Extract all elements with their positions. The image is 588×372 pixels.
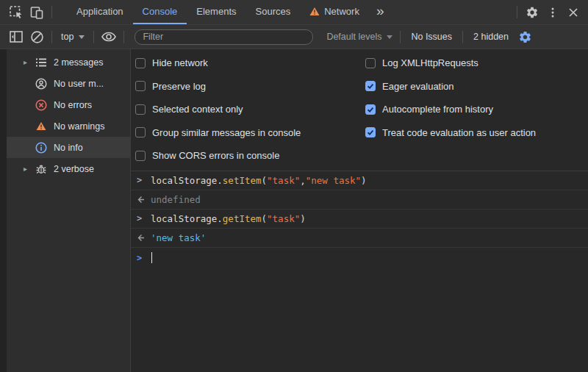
bug-icon: [35, 163, 48, 175]
tab-console[interactable]: Console: [133, 0, 187, 24]
settings-column-right: Log XMLHttpRequestsEager evaluationAutoc…: [365, 51, 588, 168]
filter-input[interactable]: [135, 29, 313, 45]
console-log: >localStorage.setItem("task","new task")…: [131, 171, 588, 372]
setting-label: Treat code evaluation as user action: [382, 127, 536, 138]
more-tabs-icon[interactable]: »: [369, 0, 392, 24]
panel-left-icon[interactable]: [6, 27, 26, 46]
console-main: Hide networkPreserve logSelected context…: [131, 49, 588, 372]
setting-show-cors-errors-in-console[interactable]: Show CORS errors in console: [135, 144, 365, 168]
sidebar-item-label: No info: [54, 143, 83, 153]
log-levels-selector[interactable]: Default levels: [323, 32, 395, 42]
kebab-menu-icon[interactable]: [542, 3, 563, 22]
result-arrow-icon: [137, 232, 146, 244]
tab-sources[interactable]: Sources: [246, 0, 301, 24]
tabbar-separator: [517, 6, 517, 18]
console-result: undefined: [131, 190, 588, 210]
sidebar-item-2-messages[interactable]: ▸2 messages: [7, 51, 130, 73]
block-icon[interactable]: [26, 27, 47, 46]
tab-label: Console: [143, 6, 178, 17]
setting-autocomplete-from-history[interactable]: Autocomplete from history: [365, 98, 588, 121]
toolbar-separator: [51, 31, 52, 43]
inspect-icon[interactable]: [6, 3, 26, 22]
checkbox-unchecked-icon[interactable]: [135, 151, 146, 161]
info-icon: [35, 142, 48, 154]
checkbox-unchecked-icon[interactable]: [135, 81, 146, 91]
setting-label: Group similar messages in console: [152, 127, 301, 138]
devtools-window: ApplicationConsoleElementsSourcesNetwork…: [0, 0, 588, 372]
console-settings-gear-icon[interactable]: [514, 27, 535, 46]
console-result-value: 'new task': [151, 232, 206, 244]
user-icon: [35, 78, 48, 90]
tab-label: Elements: [196, 6, 236, 17]
setting-preserve-log[interactable]: Preserve log: [135, 75, 365, 99]
console-prompt[interactable]: >: [131, 248, 588, 268]
tab-application[interactable]: Application: [67, 0, 133, 24]
tab-label: Sources: [256, 6, 291, 17]
tab-elements[interactable]: Elements: [187, 0, 245, 24]
console-input-echo: >localStorage.getItem("task"): [131, 210, 588, 229]
devtools-content: ▸2 messagesNo user m...No errorsNo warni…: [0, 49, 588, 372]
log-levels-label: Default levels: [326, 32, 381, 42]
tab-network[interactable]: Network: [300, 0, 369, 24]
sidebar-item-label: 2 verbose: [54, 164, 94, 174]
checkbox-checked-icon[interactable]: [365, 127, 376, 137]
checkbox-unchecked-icon[interactable]: [365, 58, 376, 68]
text-cursor: [151, 252, 152, 263]
console-expression: localStorage.getItem("task"): [151, 212, 306, 225]
sidebar-item-label: No errors: [54, 100, 92, 110]
setting-treat-code-evaluation-as-user-action[interactable]: Treat code evaluation as user action: [365, 121, 588, 145]
chevron-down-icon: [387, 35, 392, 39]
issues-counter[interactable]: No Issues: [405, 32, 458, 42]
setting-label: Selected context only: [152, 104, 243, 115]
console-result-value: undefined: [151, 193, 201, 206]
warning-icon: [309, 7, 320, 16]
checkbox-unchecked-icon[interactable]: [135, 127, 146, 137]
tabbar-right-icons: [512, 0, 588, 24]
disclosure-triangle-icon[interactable]: ▸: [24, 58, 35, 66]
checkbox-checked-icon[interactable]: [365, 81, 376, 91]
tabbar-separator: [51, 6, 52, 18]
toolbar-separator: [400, 31, 401, 43]
checkbox-unchecked-icon[interactable]: [135, 58, 146, 68]
setting-log-xmlhttprequests[interactable]: Log XMLHttpRequests: [365, 51, 588, 75]
sidebar-item-no-info[interactable]: No info: [7, 137, 130, 158]
close-icon[interactable]: [563, 3, 584, 22]
sidebar-item-label: 2 messages: [54, 57, 103, 68]
sidebar-item-no-errors[interactable]: No errors: [7, 94, 130, 115]
console-result: 'new task': [131, 229, 588, 248]
tab-strip: ApplicationConsoleElementsSourcesNetwork: [67, 0, 369, 24]
sidebar-item-no-user-m[interactable]: No user m...: [7, 73, 130, 94]
devtools-tabbar: ApplicationConsoleElementsSourcesNetwork…: [0, 0, 588, 25]
device-toolbar-icon[interactable]: [26, 3, 47, 22]
disclosure-triangle-icon[interactable]: ▸: [24, 165, 35, 173]
sidebar-item-no-warnings[interactable]: No warnings: [7, 115, 130, 137]
sidebar-item-label: No user m...: [54, 79, 104, 89]
context-selector[interactable]: top: [57, 32, 89, 42]
setting-label: Eager evaluation: [382, 81, 454, 92]
setting-eager-evaluation[interactable]: Eager evaluation: [365, 75, 588, 99]
tab-label: Application: [76, 6, 123, 17]
error-icon: [35, 99, 48, 111]
setting-group-similar-messages-in-console[interactable]: Group similar messages in console: [135, 121, 365, 145]
setting-label: Hide network: [152, 57, 208, 68]
sidebar-item-2-verbose[interactable]: ▸2 verbose: [7, 158, 130, 179]
hidden-messages-counter[interactable]: 2 hidden: [467, 32, 514, 42]
setting-hide-network[interactable]: Hide network: [135, 51, 365, 75]
setting-label: Preserve log: [152, 81, 206, 92]
console-input-chevron-icon: >: [137, 212, 146, 225]
console-sidebar: ▸2 messagesNo user m...No errorsNo warni…: [0, 49, 131, 372]
console-expression: localStorage.setItem("task","new task"): [151, 174, 367, 187]
console-settings-panel: Hide networkPreserve logSelected context…: [131, 49, 588, 171]
setting-selected-context-only[interactable]: Selected context only: [135, 98, 365, 121]
console-prompt-chevron-icon: >: [137, 252, 146, 265]
checkbox-checked-icon[interactable]: [365, 104, 376, 115]
checkbox-unchecked-icon[interactable]: [135, 104, 146, 115]
warning-icon: [35, 121, 48, 131]
gear-icon[interactable]: [522, 3, 542, 22]
context-label: top: [61, 32, 74, 42]
setting-label: Log XMLHttpRequests: [382, 57, 478, 68]
tabbar-left-icons: [0, 0, 57, 24]
eye-icon[interactable]: [98, 27, 119, 46]
settings-column-left: Hide networkPreserve logSelected context…: [135, 51, 365, 168]
sidebar-item-label: No warnings: [54, 121, 104, 132]
